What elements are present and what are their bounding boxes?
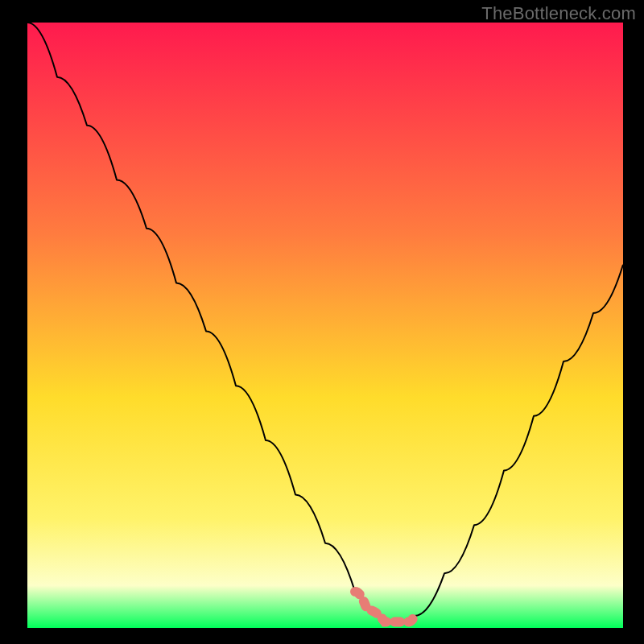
plot-background: [27, 23, 623, 628]
chart-container: TheBottleneck.com: [0, 0, 644, 644]
watermark-text: TheBottleneck.com: [481, 3, 636, 24]
bottleneck-chart: [0, 0, 644, 644]
